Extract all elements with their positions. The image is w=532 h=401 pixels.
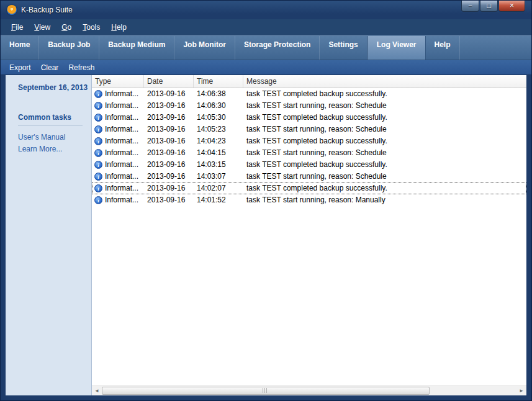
log-row[interactable]: iInformat...2013-09-1614:02:07task TEST … <box>92 182 526 194</box>
column-header-message[interactable]: Message <box>243 75 526 88</box>
info-icon: i <box>94 196 102 204</box>
content-area: September 16, 2013 Common tasks User's M… <box>6 75 526 395</box>
log-type: Informat... <box>105 147 138 159</box>
menu-item-go[interactable]: Go <box>56 20 77 34</box>
scroll-left-arrow[interactable]: ◄ <box>92 386 102 396</box>
log-row[interactable]: iInformat...2013-09-1614:01:52task TEST … <box>92 194 526 206</box>
log-date: 2013-09-16 <box>144 135 194 147</box>
log-date: 2013-09-16 <box>144 147 194 159</box>
toolbar-refresh-button[interactable]: Refresh <box>63 62 99 73</box>
log-time: 14:04:23 <box>194 135 243 147</box>
column-header-date[interactable]: Date <box>144 75 194 88</box>
scrollbar-thumb[interactable] <box>102 387 430 395</box>
log-message: task TEST completed backup successfully. <box>243 88 526 100</box>
log-row[interactable]: iInformat...2013-09-1614:04:23task TEST … <box>92 135 526 147</box>
app-window: K-Backup Suite − □ × FileViewGoToolsHelp… <box>0 0 532 401</box>
tab-log-viewer[interactable]: Log Viewer <box>367 36 426 60</box>
log-time: 14:02:07 <box>194 182 243 194</box>
column-header-type[interactable]: Type <box>92 75 144 88</box>
tab-bar: HomeBackup JobBackup MediumJob MonitorSt… <box>1 35 531 60</box>
log-type: Informat... <box>105 112 138 124</box>
log-date: 2013-09-16 <box>144 194 194 206</box>
info-icon: i <box>94 137 102 145</box>
log-time: 14:06:30 <box>194 100 243 112</box>
log-message: task TEST completed backup successfully. <box>243 112 526 124</box>
sidebar-link-user-s-manual[interactable]: User's Manual <box>18 132 91 143</box>
log-row[interactable]: iInformat...2013-09-1614:05:23task TEST … <box>92 124 526 135</box>
window-title: K-Backup Suite <box>21 6 73 14</box>
info-icon: i <box>94 173 102 181</box>
log-table: TypeDateTimeMessage iInformat...2013-09-… <box>92 75 526 395</box>
tab-settings[interactable]: Settings <box>320 36 367 60</box>
log-row[interactable]: iInformat...2013-09-1614:03:07task TEST … <box>92 171 526 182</box>
log-date: 2013-09-16 <box>144 112 194 124</box>
log-message: task TEST completed backup successfully. <box>243 135 526 147</box>
log-time: 14:03:15 <box>194 159 243 171</box>
log-header: TypeDateTimeMessage <box>92 75 526 88</box>
toolbar: ExportClearRefresh <box>1 60 531 75</box>
menu-item-help[interactable]: Help <box>106 20 132 34</box>
log-type: Informat... <box>105 171 138 182</box>
log-message: task TEST start running, reason: Schedul… <box>243 171 526 182</box>
info-icon: i <box>94 125 102 133</box>
column-header-time[interactable]: Time <box>194 75 243 88</box>
info-icon: i <box>94 161 102 169</box>
log-type: Informat... <box>105 88 138 100</box>
log-row[interactable]: iInformat...2013-09-1614:03:15task TEST … <box>92 159 526 171</box>
tab-backup-job[interactable]: Backup Job <box>39 36 99 60</box>
tab-backup-medium[interactable]: Backup Medium <box>99 36 174 60</box>
log-date: 2013-09-16 <box>144 171 194 182</box>
tab-home[interactable]: Home <box>1 36 39 60</box>
info-icon: i <box>94 114 102 122</box>
log-type: Informat... <box>105 159 138 171</box>
log-date: 2013-09-16 <box>144 159 194 171</box>
log-time: 14:03:07 <box>194 171 243 182</box>
log-date: 2013-09-16 <box>144 124 194 135</box>
info-icon: i <box>94 90 102 98</box>
scrollbar-track[interactable] <box>102 386 516 396</box>
log-type: Informat... <box>105 194 138 206</box>
log-rows: iInformat...2013-09-1614:06:38task TEST … <box>92 88 526 385</box>
log-message: task TEST start running, reason: Schedul… <box>243 124 526 135</box>
toolbar-export-button[interactable]: Export <box>4 62 36 73</box>
sidebar-date-heading: September 16, 2013 <box>18 83 91 92</box>
close-button[interactable]: × <box>498 1 525 12</box>
tab-storage-protection[interactable]: Storage Protection <box>235 36 320 60</box>
maximize-button[interactable]: □ <box>480 1 498 12</box>
log-row[interactable]: iInformat...2013-09-1614:06:30task TEST … <box>92 100 526 112</box>
info-icon: i <box>94 184 102 192</box>
log-date: 2013-09-16 <box>144 182 194 194</box>
log-message: task TEST completed backup successfully. <box>243 182 526 194</box>
app-icon <box>7 5 17 15</box>
sidebar-links: User's ManualLearn More... <box>18 132 91 155</box>
menu-item-view[interactable]: View <box>29 20 56 34</box>
title-bar: K-Backup Suite − □ × <box>1 1 531 19</box>
info-icon: i <box>94 149 102 157</box>
log-row[interactable]: iInformat...2013-09-1614:04:15task TEST … <box>92 147 526 159</box>
sidebar-common-tasks-heading: Common tasks <box>18 113 83 126</box>
log-time: 14:05:30 <box>194 112 243 124</box>
log-time: 14:05:23 <box>194 124 243 135</box>
minimize-button[interactable]: − <box>461 1 479 12</box>
log-message: task TEST start running, reason: Schedul… <box>243 147 526 159</box>
log-row[interactable]: iInformat...2013-09-1614:05:30task TEST … <box>92 112 526 124</box>
log-type: Informat... <box>105 135 138 147</box>
menu-item-file[interactable]: File <box>6 20 29 34</box>
toolbar-clear-button[interactable]: Clear <box>36 62 64 73</box>
log-message: task TEST completed backup successfully. <box>243 159 526 171</box>
log-time: 14:04:15 <box>194 147 243 159</box>
log-row[interactable]: iInformat...2013-09-1614:06:38task TEST … <box>92 88 526 100</box>
log-type: Informat... <box>105 182 138 194</box>
scroll-right-arrow[interactable]: ► <box>516 386 526 396</box>
menu-item-tools[interactable]: Tools <box>77 20 106 34</box>
log-type: Informat... <box>105 100 138 112</box>
window-controls: − □ × <box>461 1 525 12</box>
log-message: task TEST start running, reason: Schedul… <box>243 100 526 112</box>
scrollbar-grip <box>263 388 268 393</box>
tab-help[interactable]: Help <box>426 36 460 60</box>
log-date: 2013-09-16 <box>144 88 194 100</box>
tab-job-monitor[interactable]: Job Monitor <box>174 36 235 60</box>
sidebar-link-learn-more[interactable]: Learn More... <box>18 143 91 155</box>
log-time: 14:01:52 <box>194 194 243 206</box>
log-date: 2013-09-16 <box>144 100 194 112</box>
